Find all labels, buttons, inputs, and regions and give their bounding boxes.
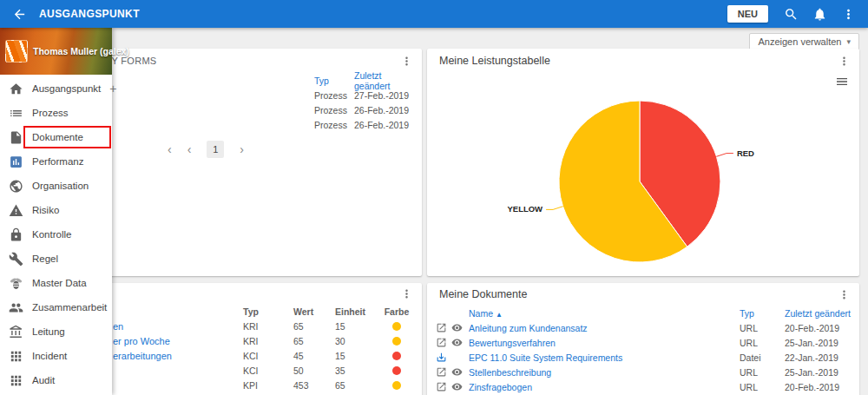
card-menu-icon[interactable] (836, 286, 852, 303)
search-icon[interactable] (782, 5, 800, 23)
eye-icon[interactable] (451, 366, 463, 378)
metric-wert: 65 (293, 336, 335, 346)
metric-wert: 65 (293, 321, 335, 332)
my-documents-card: Meine Dokumente Name▲ Typ Zuletzt geände… (427, 283, 859, 395)
bank-icon (9, 325, 23, 339)
neu-button[interactable]: NEU (727, 5, 768, 23)
metric-einheit: 35 (335, 365, 377, 376)
sidebar-item-label: Kontrolle (32, 229, 71, 240)
open-in-new-icon[interactable] (436, 381, 447, 392)
document-link[interactable]: Anleitung zum Kundenansatz (469, 323, 740, 333)
form-date: 26-Feb.-2019 (354, 120, 417, 130)
sidebar-item-prozess[interactable]: Prozess (0, 101, 112, 125)
page-number[interactable]: 1 (207, 141, 224, 158)
metric-typ: KCI (243, 365, 293, 376)
status-color-dot (392, 381, 401, 390)
sidebar-item-label: Audit (32, 375, 55, 385)
open-in-new-icon[interactable] (436, 366, 447, 378)
document-link[interactable]: EPC 11.0 Suite System Requirements (469, 352, 740, 363)
pagination: ‹ ‹ 1 › (168, 141, 422, 158)
document-link[interactable]: Bewertungsverfahren (469, 338, 740, 348)
eye-icon[interactable] (451, 381, 463, 392)
user-profile[interactable]: Thomas Muller (galex) (0, 28, 112, 75)
column-header-date[interactable]: Zuletzt geändert (354, 70, 417, 91)
sidebar-item-regel[interactable]: Regel (0, 247, 112, 271)
bee-icon (9, 276, 23, 291)
eye-icon[interactable] (451, 322, 463, 333)
grid-icon (9, 349, 23, 364)
table-row: Prozess 27-Feb.-2019 (91, 88, 422, 102)
column-header-name[interactable]: Name▲ (469, 308, 740, 319)
document-typ: Datei (740, 352, 785, 363)
table-row: KCI 50 35 (91, 363, 422, 378)
form-typ: Prozess (314, 105, 354, 115)
sidebar-item-risiko[interactable]: Risiko (0, 198, 112, 222)
card-header (91, 283, 422, 304)
column-header-typ[interactable]: Typ (243, 306, 293, 317)
user-name: Thomas Muller (galex) (33, 46, 129, 56)
metrics-table-body: en KRI 65 15 er pro Woche KRI 65 30 erar… (91, 319, 422, 392)
metric-wert: 453 (293, 380, 335, 391)
column-header-farbe[interactable]: Farbe (377, 306, 417, 317)
document-date: 22-Jan.-2019 (785, 352, 851, 363)
eye-icon[interactable] (451, 337, 463, 348)
download-icon[interactable] (436, 352, 447, 363)
notifications-icon[interactable] (811, 5, 829, 23)
sidebar-item-ausgangspunkt[interactable]: Ausgangspunkt + (0, 76, 112, 101)
sidebar-item-leitung[interactable]: Leitung (0, 319, 112, 344)
column-header-einheit[interactable]: Einheit (335, 306, 377, 317)
sidebar-item-organisation[interactable]: Organisation (0, 174, 112, 198)
table-header-row: Name▲ Typ Zuletzt geändert (427, 306, 859, 320)
metric-einheit: 30 (335, 336, 377, 346)
sidebar-item-label: Dokumente (32, 132, 83, 142)
metric-einheit: 15 (335, 351, 377, 361)
column-header-typ[interactable]: Typ (740, 308, 785, 319)
metric-typ: KRI (243, 336, 293, 346)
globe-icon (9, 179, 23, 194)
lock-icon (9, 227, 23, 242)
document-typ: URL (740, 338, 785, 348)
chart-icon (9, 155, 23, 169)
more-vert-icon[interactable] (839, 5, 858, 23)
metrics-card: Typ Wert Einheit Farbe en KRI 65 15 er p… (91, 283, 422, 395)
prev-page-icon[interactable]: ‹ (187, 143, 192, 155)
pie-label-yellow: YELLOW (507, 204, 542, 214)
manage-views-button[interactable]: Anzeigen verwalten ▾ (749, 33, 859, 50)
sidebar-item-incident[interactable]: Incident (0, 344, 112, 368)
metric-einheit: 65 (335, 380, 377, 391)
sidebar-item-zusammenarbeit[interactable]: Zusammenarbeit (0, 295, 112, 319)
form-date: 27-Feb.-2019 (354, 90, 417, 101)
pie-label-red: RED (737, 148, 754, 158)
sidebar-item-label: Zusammenarbeit (32, 302, 107, 313)
open-in-new-icon[interactable] (436, 322, 447, 333)
document-link[interactable]: Zinsfragebogen (469, 382, 740, 392)
document-date: 25-Jan.-2019 (785, 338, 851, 348)
add-icon[interactable]: + (109, 82, 116, 95)
status-color-dot (392, 366, 401, 375)
sidebar-item-dokumente[interactable]: Dokumente (0, 125, 112, 149)
sidebar-item-master-data[interactable]: Master Data (0, 271, 112, 295)
file-icon (9, 130, 23, 145)
column-header-date[interactable]: Zuletzt geändert (785, 308, 851, 319)
card-menu-icon[interactable] (398, 53, 415, 69)
sidebar-item-audit[interactable]: Audit (0, 368, 112, 392)
open-in-new-icon[interactable] (436, 337, 447, 348)
column-header-wert[interactable]: Wert (293, 306, 335, 317)
metric-link[interactable]: erarbeitungen (91, 351, 243, 361)
next-page-icon[interactable]: › (240, 143, 244, 155)
back-arrow-icon[interactable] (10, 5, 29, 23)
table-row: Zinsfragebogen URL 20-Feb.-2019 (427, 379, 859, 394)
column-header-typ[interactable]: Typ (314, 76, 354, 86)
my-forms-card: MY FORMS Typ Zuletzt geändert Prozess 27… (91, 49, 422, 276)
sidebar-item-label: Incident (32, 351, 67, 361)
table-row: erarbeitungen KCI 45 15 (91, 348, 422, 363)
metric-link[interactable]: er pro Woche (91, 336, 243, 346)
sidebar-item-performanz[interactable]: Performanz (0, 149, 112, 174)
document-link[interactable]: Stellenbeschreibung (469, 367, 740, 378)
metric-link[interactable]: en (91, 321, 243, 332)
card-menu-icon[interactable] (398, 286, 415, 302)
status-color-dot (392, 337, 401, 346)
document-typ: URL (740, 382, 785, 392)
sidebar-item-kontrolle[interactable]: Kontrolle (0, 222, 112, 247)
first-page-icon[interactable]: ‹ (168, 143, 172, 155)
